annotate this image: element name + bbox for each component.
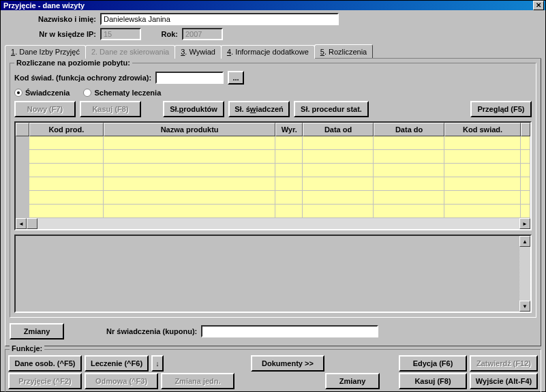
sl-produktow-button[interactable]: Sł. produktów bbox=[163, 101, 224, 117]
kod-swiad-field[interactable] bbox=[155, 72, 224, 84]
odmowa-button: Odmowa (^F3) bbox=[85, 373, 158, 389]
nr-swiadczenia-label: Nr świadczenia (kuponu): bbox=[106, 327, 197, 335]
zmiany-button[interactable]: Zmiany bbox=[10, 323, 64, 340]
rok-field: 2007 bbox=[182, 28, 223, 40]
horizontal-scrollbar[interactable]: ◄ ► bbox=[16, 218, 530, 229]
tab-dane-izby[interactable]: 1. Dane Izby Przyjęć bbox=[5, 45, 86, 59]
col-wyr[interactable]: Wyr. bbox=[275, 123, 303, 136]
scroll-down-icon[interactable]: ▼ bbox=[519, 301, 530, 312]
col-nazwa[interactable]: Nazwa produktu bbox=[104, 123, 275, 136]
name-label: Nazwisko i imię: bbox=[5, 15, 100, 23]
sl-swiadczen-button[interactable]: Sł. świadczeń bbox=[228, 101, 290, 117]
zmiana-jedn-button: Zmiana jedn. bbox=[161, 373, 234, 389]
table-row[interactable] bbox=[16, 205, 530, 218]
window-title: Przyjęcie - dane wizyty bbox=[2, 1, 533, 10]
table-row[interactable] bbox=[16, 164, 530, 177]
tab-dane-skierowania: 2. Dane ze skierowania bbox=[85, 45, 175, 59]
data-table[interactable]: Kod prod. Nazwa produktu Wyr. Data od Da… bbox=[14, 121, 532, 230]
nr-field: 15 bbox=[100, 28, 141, 40]
scroll-left-icon[interactable]: ◄ bbox=[16, 218, 27, 229]
table-row[interactable] bbox=[16, 177, 530, 191]
rok-label: Rok: bbox=[141, 30, 182, 38]
leczenie-button[interactable]: Leczenie (^F6) bbox=[85, 355, 149, 372]
dokumenty-button[interactable]: Dokumenty >> bbox=[251, 355, 324, 372]
radio-swiadczenia[interactable]: Świadczenia bbox=[14, 89, 70, 97]
col-kod-prod[interactable]: Kod prod. bbox=[29, 123, 104, 136]
kasuj-button: Kasuj (F8) bbox=[80, 101, 141, 117]
wyjscie-button[interactable]: Wyjście (Alt-F4) bbox=[470, 373, 538, 389]
scroll-up-icon[interactable]: ▲ bbox=[519, 236, 530, 247]
zmiany2-button[interactable]: Zmiany bbox=[325, 373, 380, 389]
nr-label: Nr w księdze IP: bbox=[5, 30, 100, 38]
table-row[interactable] bbox=[16, 136, 530, 150]
groupbox-legend: Rozliczane na poziomie pobytu: bbox=[14, 59, 132, 67]
titlebar: Przyjęcie - dane wizyty ✕ bbox=[1, 1, 545, 10]
table-row[interactable] bbox=[16, 150, 530, 164]
dane-osob-button[interactable]: Dane osob. (^F5) bbox=[8, 355, 82, 372]
tab-informacje[interactable]: 4. Informacje dodatkowe bbox=[221, 45, 315, 59]
col-kodswiad[interactable]: Kod swiad. bbox=[444, 123, 521, 136]
kasuj2-button[interactable]: Kasuj (F8) bbox=[399, 373, 467, 389]
vertical-scrollbar[interactable]: ▲ ▼ bbox=[519, 236, 530, 312]
memo-area[interactable] bbox=[16, 236, 519, 312]
scroll-right-icon[interactable]: ► bbox=[519, 218, 530, 229]
tab-wywiad[interactable]: 3. Wywiad bbox=[175, 45, 222, 59]
nr-swiadczenia-field[interactable] bbox=[201, 325, 378, 337]
name-field[interactable]: Danielewska Janina bbox=[100, 13, 339, 25]
tab-rozliczenia[interactable]: 5. Rozliczenia bbox=[314, 44, 373, 58]
nowy-button: Nowy (F7) bbox=[14, 101, 76, 117]
zatwierdz-button: Zatwierdź (F12) bbox=[470, 355, 538, 372]
edycja-button[interactable]: Edycja (F6) bbox=[399, 355, 467, 372]
col-dataod[interactable]: Data od bbox=[303, 123, 374, 136]
col-datado[interactable]: Data do bbox=[374, 123, 444, 136]
radio-schematy[interactable]: Schematy leczenia bbox=[83, 89, 161, 97]
leczenie-dropdown-icon[interactable]: ↓ bbox=[151, 355, 164, 372]
table-row[interactable] bbox=[16, 191, 530, 205]
sl-procedur-button[interactable]: Sł. procedur stat. bbox=[294, 101, 369, 117]
funkcje-legend: Funkcje: bbox=[10, 344, 44, 352]
przeglad-button[interactable]: Przegląd (F5) bbox=[470, 101, 532, 117]
close-icon[interactable]: ✕ bbox=[533, 1, 544, 10]
kod-swiad-lookup-button[interactable]: ... bbox=[228, 71, 244, 85]
funkcje-group: Funkcje: Dane osob. (^F5) Leczenie (^F6)… bbox=[5, 349, 541, 392]
przyjecie-button: Przyjęcie (^F2) bbox=[8, 373, 82, 389]
scroll-thumb[interactable] bbox=[27, 218, 37, 229]
tab-strip: 1. Dane Izby Przyjęć 2. Dane ze skierowa… bbox=[5, 44, 541, 59]
kod-swiad-label: Kod świad. (funkcja ochrony zdrowia): bbox=[14, 74, 151, 82]
